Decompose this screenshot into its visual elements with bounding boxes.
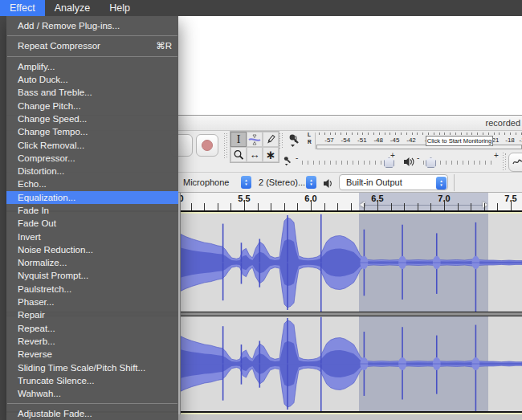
menu-item-repeat-compressor[interactable]: Repeat Compressor⌘R — [6, 39, 178, 52]
menu-item-label: Amplify... — [18, 62, 55, 71]
menu-item-truncate-silence[interactable]: Truncate Silence... — [6, 374, 178, 387]
menu-item-auto-duck[interactable]: Auto Duck... — [6, 73, 178, 86]
menu-item-change-pitch[interactable]: Change Pitch... — [6, 99, 178, 112]
stepper-down-icon: ▼ — [439, 183, 442, 187]
menu-item-click-removal[interactable]: Click Removal... — [6, 138, 178, 151]
ruler-minor-tick — [324, 203, 325, 210]
meter-scale-number: -57 — [324, 137, 334, 144]
menu-item-label: Echo... — [18, 179, 47, 189]
menu-item-compressor[interactable]: Compressor... — [6, 152, 178, 165]
menu-item-label: Add / Remove Plug-ins... — [18, 21, 120, 31]
menu-item-invert[interactable]: Invert — [6, 230, 178, 243]
ruler-minor-tick — [297, 203, 298, 210]
menu-item-repair[interactable]: Repair — [6, 308, 178, 321]
ruler-major-tick — [444, 200, 445, 210]
ruler-selection-groove — [362, 205, 485, 206]
menu-item-label: Phaser... — [18, 297, 54, 307]
ruler-minor-tick — [218, 203, 218, 210]
menu-item-noise-reduction[interactable]: Noise Reduction... — [6, 243, 178, 256]
menu-item-label: Distortion... — [18, 166, 64, 176]
zoom-tool-button[interactable] — [230, 147, 247, 162]
multi-tool-button[interactable]: ∗ — [263, 147, 279, 162]
meter-scale-number: -18 — [505, 137, 515, 144]
menu-item-echo[interactable]: Echo... — [6, 177, 178, 190]
zoom-tool-icon — [233, 149, 244, 161]
menu-item-label: Repair — [18, 310, 45, 320]
menu-item-adjustable-fade[interactable]: Adjustable Fade... — [6, 407, 178, 420]
menu-item-label: Compressor... — [18, 153, 75, 163]
menu-item-label: Change Speed... — [18, 114, 87, 124]
menu-item-label: Equalization... — [18, 193, 75, 202]
menu-item-label: Normalize... — [18, 258, 67, 267]
menu-item-label: Reverb... — [18, 336, 55, 346]
menu-item-change-speed[interactable]: Change Speed... — [6, 112, 178, 125]
menu-item-add-remove-plug-ins[interactable]: Add / Remove Plug-ins... — [6, 19, 178, 32]
meter-scale-number: -45 — [390, 137, 400, 144]
menu-item-fade-out[interactable]: Fade Out — [6, 217, 178, 230]
ruler-major-tick — [377, 200, 378, 210]
playback-volume-speaker-icon — [403, 157, 414, 167]
screen: recorded I ↔ ∗ — [0, 0, 522, 420]
ruler-minor-tick — [484, 203, 485, 210]
menu-item-change-tempo[interactable]: Change Tempo... — [6, 125, 178, 138]
ruler-minor-tick — [337, 203, 338, 210]
menu-item-bass-and-treble[interactable]: Bass and Treble... — [6, 86, 178, 99]
output-device-select[interactable]: Built-in Output ▲▼ — [339, 174, 448, 190]
menu-item-label: Nyquist Prompt... — [18, 271, 88, 280]
tools-toolbar: I ↔ ∗ — [230, 131, 279, 163]
menu-item-repeat[interactable]: Repeat... — [6, 322, 178, 335]
effect-menu: Add / Remove Plug-ins...Repeat Compresso… — [6, 16, 178, 420]
device-toolbar-separator — [454, 174, 455, 191]
menu-separator — [7, 35, 177, 36]
edit-toolbar-button-partial[interactable] — [508, 153, 522, 172]
menubar: EffectAnalyzeHelp — [0, 0, 522, 16]
menu-item-normalize[interactable]: Normalize... — [6, 256, 178, 269]
menu-item-label: Invert — [18, 232, 41, 242]
output-device-stepper[interactable]: ▲▼ — [436, 177, 447, 190]
input-channels-label[interactable]: 2 (Stereo)... — [259, 177, 305, 187]
menubar-item-effect[interactable]: Effect — [0, 0, 45, 16]
timeshift-tool-icon: ↔ — [250, 149, 260, 161]
stepper-down-icon: ▼ — [244, 182, 247, 186]
menubar-item-help[interactable]: Help — [100, 0, 140, 16]
menu-item-reverb[interactable]: Reverb... — [6, 335, 178, 348]
toolbar-grip[interactable] — [503, 153, 506, 170]
track-panel-sliver — [178, 193, 181, 414]
ruler-major-tick — [511, 200, 512, 210]
menu-item-nyquist-prompt[interactable]: Nyquist Prompt... — [6, 269, 178, 282]
input-device-label[interactable]: Microphone — [183, 177, 229, 187]
menu-item-label: Noise Reduction... — [18, 245, 93, 255]
timeshift-tool-button[interactable]: ↔ — [247, 147, 263, 162]
ruler-minor-tick — [351, 203, 352, 210]
recording-volume-minus: - — [296, 153, 298, 162]
menu-item-sliding-time-scale-pitch-shift[interactable]: Sliding Time Scale/Pitch Shift... — [6, 361, 178, 373]
multi-tool-icon: ∗ — [266, 148, 276, 162]
input-channels-stepper[interactable]: ▲▼ — [306, 176, 316, 189]
menu-item-fade-in[interactable]: Fade In — [6, 204, 178, 217]
recording-volume-slider[interactable] — [302, 161, 389, 165]
ruler-minor-tick — [364, 203, 365, 210]
menu-item-label: Repeat Compressor — [18, 41, 100, 51]
menu-item-wahwah[interactable]: Wahwah... — [6, 387, 178, 400]
menu-item-amplify[interactable]: Amplify... — [6, 60, 178, 73]
ruler-minor-tick — [458, 203, 459, 210]
ruler-minor-tick — [418, 203, 418, 210]
menu-item-reverse[interactable]: Reverse — [6, 348, 178, 361]
meter-scale-number: -1 — [519, 137, 522, 144]
menu-item-label: Click Removal... — [18, 141, 84, 150]
menu-item-label: Fade In — [18, 206, 49, 215]
menu-item-paulstretch[interactable]: Paulstretch... — [6, 283, 178, 296]
meter-tick-strip — [319, 133, 522, 135]
menu-item-label: Repeat... — [18, 324, 55, 333]
input-device-stepper[interactable]: ▲▼ — [241, 176, 251, 189]
ruler-minor-tick — [230, 203, 231, 210]
ruler-major-tick — [311, 200, 312, 210]
menu-item-phaser[interactable]: Phaser... — [6, 296, 178, 308]
monitoring-tooltip[interactable]: Click to Start Monitoring — [426, 136, 493, 146]
meter-scale-number: -42 — [406, 137, 416, 144]
menu-item-equalization[interactable]: Equalization... — [6, 191, 178, 204]
menu-item-label: Change Pitch... — [18, 101, 81, 111]
menubar-item-analyze[interactable]: Analyze — [45, 0, 100, 16]
menu-item-label: Reverse — [18, 349, 52, 359]
menu-item-distortion[interactable]: Distortion... — [6, 165, 178, 177]
